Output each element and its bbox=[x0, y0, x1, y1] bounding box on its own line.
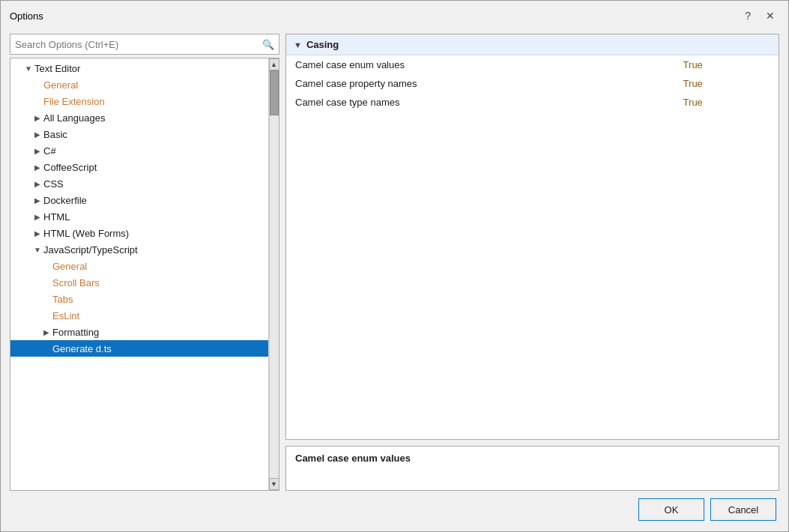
tree-item-formatting[interactable]: ▶ Formatting bbox=[10, 324, 268, 340]
search-box: 🔍 bbox=[10, 34, 279, 55]
tree-item-basic[interactable]: ▶ Basic bbox=[10, 126, 268, 142]
tree-item-css[interactable]: ▶ CSS bbox=[10, 175, 268, 192]
tree-label-javascript-typescript: JavaScript/TypeScript bbox=[43, 244, 138, 256]
expand-icon-dockerfile: ▶ bbox=[31, 194, 43, 206]
casing-section-header: ▼ Casing bbox=[286, 34, 779, 55]
option-label-2: Camel case type names bbox=[286, 93, 674, 112]
tree-item-html-web-forms[interactable]: ▶ HTML (Web Forms) bbox=[10, 225, 268, 241]
table-row[interactable]: Camel case enum values True bbox=[286, 55, 779, 74]
tree-item-eslint[interactable]: EsLint bbox=[10, 307, 268, 324]
title-bar: Options ? ✕ bbox=[1, 1, 788, 28]
ok-button[interactable]: OK bbox=[638, 498, 704, 521]
tree-label-eslint: EsLint bbox=[52, 310, 79, 321]
options-table: Camel case enum values True Camel case p… bbox=[286, 55, 779, 112]
expand-icon-basic: ▶ bbox=[31, 128, 43, 140]
expand-icon-text-editor: ▼ bbox=[22, 62, 34, 74]
tree-item-general[interactable]: General bbox=[10, 76, 268, 93]
option-label-0: Camel case enum values bbox=[286, 55, 674, 74]
option-value-2: True bbox=[674, 93, 779, 112]
tree-item-js-general[interactable]: General bbox=[10, 258, 268, 274]
description-text: Camel case enum values bbox=[295, 453, 411, 464]
tree-label-css: CSS bbox=[43, 178, 64, 190]
expand-icon-scroll-bars bbox=[40, 276, 52, 288]
tree-item-text-editor[interactable]: ▼ Text Editor bbox=[10, 60, 268, 76]
tree-label-all-languages: All Languages bbox=[43, 112, 105, 124]
tree-label-formatting: Formatting bbox=[52, 327, 99, 338]
expand-icon-html: ▶ bbox=[31, 211, 43, 223]
tree-list: ▼ Text Editor General File Extension bbox=[10, 58, 268, 490]
scrollbar-down-arrow[interactable]: ▼ bbox=[269, 478, 279, 490]
tree-scrollbar: ▲ ▼ bbox=[268, 58, 279, 490]
tree-item-javascript-typescript[interactable]: ▼ JavaScript/TypeScript bbox=[10, 241, 268, 258]
description-box: Camel case enum values bbox=[285, 446, 779, 491]
option-label-1: Camel case property names bbox=[286, 74, 674, 93]
expand-icon-generate-dts bbox=[40, 342, 52, 354]
tree-label-scroll-bars: Scroll Bars bbox=[52, 277, 100, 288]
expand-icon-all-languages: ▶ bbox=[31, 112, 43, 124]
tree-label-basic: Basic bbox=[43, 129, 67, 140]
tree-item-generate-dts[interactable]: Generate d.ts bbox=[10, 340, 268, 357]
scrollbar-up-arrow[interactable]: ▲ bbox=[269, 58, 279, 70]
search-input[interactable] bbox=[15, 39, 262, 50]
scrollbar-track[interactable] bbox=[269, 70, 279, 478]
expand-icon-html-web-forms: ▶ bbox=[31, 227, 43, 239]
dialog: Options ? ✕ 🔍 bbox=[0, 0, 789, 532]
tree-label-csharp: C# bbox=[43, 145, 56, 157]
tree-item-csharp[interactable]: ▶ C# bbox=[10, 142, 268, 159]
option-value-1: True bbox=[674, 74, 779, 93]
expand-icon-css: ▶ bbox=[31, 178, 43, 190]
casing-title: Casing bbox=[306, 39, 339, 50]
tree-container: ▼ Text Editor General File Extension bbox=[10, 58, 279, 491]
title-bar-buttons: ? ✕ bbox=[740, 9, 779, 22]
tree-item-html[interactable]: ▶ HTML bbox=[10, 208, 268, 225]
expand-icon-csharp: ▶ bbox=[31, 145, 43, 157]
tree-label-tabs: Tabs bbox=[52, 294, 73, 305]
tree-item-tabs[interactable]: Tabs bbox=[10, 291, 268, 307]
tree-label-general: General bbox=[43, 79, 78, 91]
scrollbar-thumb[interactable] bbox=[270, 70, 279, 115]
dialog-footer: OK Cancel bbox=[1, 491, 788, 531]
close-button[interactable]: ✕ bbox=[761, 9, 779, 22]
tree-item-coffeescript[interactable]: ▶ CoffeeScript bbox=[10, 159, 268, 175]
tree-item-dockerfile[interactable]: ▶ Dockerfile bbox=[10, 192, 268, 208]
option-value-0: True bbox=[674, 55, 779, 74]
expand-icon-eslint bbox=[40, 309, 52, 321]
left-panel: 🔍 ▼ Text Editor General bbox=[10, 34, 279, 491]
tree-label-text-editor: Text Editor bbox=[34, 63, 80, 74]
tree-label-js-general: General bbox=[52, 261, 87, 272]
tree-label-html-web-forms: HTML (Web Forms) bbox=[43, 228, 129, 239]
tree-label-file-extension: File Extension bbox=[43, 96, 105, 107]
expand-icon-file-extension bbox=[31, 95, 43, 107]
tree-label-generate-dts: Generate d.ts bbox=[52, 343, 112, 354]
cancel-button[interactable]: Cancel bbox=[710, 498, 776, 521]
casing-chevron-icon: ▼ bbox=[294, 40, 302, 49]
right-panel: ▼ Casing Camel case enum values True Cam… bbox=[285, 34, 779, 491]
table-row[interactable]: Camel case type names True bbox=[286, 93, 779, 112]
help-button[interactable]: ? bbox=[740, 9, 755, 22]
dialog-body: 🔍 ▼ Text Editor General bbox=[1, 28, 788, 491]
tree-label-coffeescript: CoffeeScript bbox=[43, 162, 97, 173]
search-icon: 🔍 bbox=[262, 39, 274, 50]
expand-icon-general bbox=[31, 79, 43, 91]
tree-label-html: HTML bbox=[43, 211, 70, 223]
tree-item-scroll-bars[interactable]: Scroll Bars bbox=[10, 274, 268, 291]
tree-label-dockerfile: Dockerfile bbox=[43, 195, 87, 206]
expand-icon-formatting: ▶ bbox=[40, 326, 52, 338]
expand-icon-tabs bbox=[40, 293, 52, 305]
expand-icon-javascript-typescript: ▼ bbox=[31, 244, 43, 256]
options-section: ▼ Casing Camel case enum values True Cam… bbox=[285, 34, 779, 440]
expand-icon-js-general bbox=[40, 260, 52, 272]
table-row[interactable]: Camel case property names True bbox=[286, 74, 779, 93]
dialog-title: Options bbox=[10, 10, 43, 22]
tree-item-all-languages[interactable]: ▶ All Languages bbox=[10, 109, 268, 126]
options-dialog: Options ? ✕ 🔍 bbox=[0, 0, 789, 532]
expand-icon-coffeescript: ▶ bbox=[31, 161, 43, 173]
tree-item-file-extension[interactable]: File Extension bbox=[10, 93, 268, 109]
